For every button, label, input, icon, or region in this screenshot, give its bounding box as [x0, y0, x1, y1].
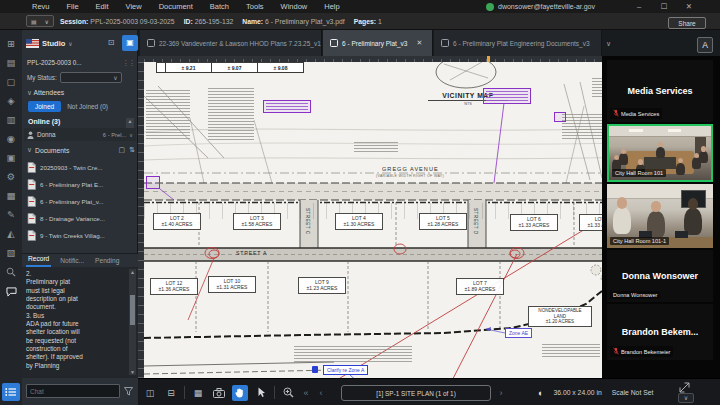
search-icon[interactable]: [0, 264, 22, 280]
chevron-down-icon[interactable]: ∨: [129, 132, 133, 138]
participant-tile[interactable]: Donna WonsowerDonna Wonsower: [607, 250, 713, 302]
menu-item-batch[interactable]: Batch: [210, 2, 229, 11]
share-button[interactable]: Share: [668, 17, 706, 29]
clarify-note-annotation[interactable]: Clarify re Zone A: [323, 365, 368, 375]
session-pages-label: Pages:: [354, 18, 376, 25]
scale-status[interactable]: Scale Not Set: [612, 389, 654, 396]
markups-list-icon[interactable]: ▣: [0, 150, 22, 166]
document-list-item[interactable]: 6 - Preliminary Plat_v...: [24, 193, 136, 210]
document-list-item[interactable]: 20250903 - Twin Cre...: [24, 159, 136, 176]
pin-panel-button[interactable]: ▣: [122, 35, 138, 51]
file-icon[interactable]: ▢: [0, 74, 22, 90]
thumbnails-icon[interactable]: ▦: [190, 385, 206, 401]
collapse-chevron-icon: ∨: [27, 146, 32, 154]
split-vertical-icon[interactable]: ◫: [142, 385, 158, 401]
pdf-file-icon: [27, 179, 36, 190]
chat-input[interactable]: [26, 384, 120, 398]
window-close-button[interactable]: ✕: [680, 0, 698, 13]
close-tab-icon[interactable]: ✕: [416, 39, 422, 47]
pan-tool-icon[interactable]: [232, 385, 248, 401]
document-tab[interactable]: 6 - Preliminary Plat Engineering Documen…: [434, 30, 602, 56]
participant-tile[interactable]: Media ServicesMedia Services: [607, 60, 713, 122]
document-tab[interactable]: 22-369 Vandeventer & Lawson HHOD Plans 7…: [140, 30, 322, 56]
studio-icon[interactable]: ◉: [0, 131, 22, 147]
notes-text-block: [208, 88, 254, 142]
tool-chest-icon[interactable]: ▥: [0, 112, 22, 128]
contrast-icon[interactable]: ◐: [538, 388, 543, 398]
session-id-row[interactable]: PPL-2025-0003 0... ⋮⋮: [27, 59, 135, 66]
participant-tile[interactable]: Brandon Bekem...Brandon Bekemeier: [607, 304, 713, 360]
menu-item-tools[interactable]: Tools: [246, 2, 264, 11]
document-selector[interactable]: ▤ ∨: [26, 15, 54, 27]
menu-item-view[interactable]: View: [126, 2, 142, 11]
account-info[interactable]: dwonsower@fayetteville-ar.gov: [486, 0, 595, 13]
document-list-item[interactable]: 6 - Preliminary Plat E...: [24, 176, 136, 193]
lot-label: LOT 5±1.28 ACRES: [419, 213, 467, 230]
split-horizontal-icon[interactable]: ⊟: [163, 385, 179, 401]
tab-joined[interactable]: Joined: [28, 101, 61, 112]
markup-alert-button[interactable]: A: [697, 37, 713, 53]
session-menu-icon[interactable]: ⋮⋮: [122, 59, 135, 66]
toolbar-divider: [184, 386, 185, 399]
scroll-up-icon[interactable]: ▲: [129, 269, 136, 275]
tab-record[interactable]: Record: [26, 253, 51, 267]
scroll-up-icon[interactable]: ▲: [126, 118, 134, 128]
participant-tile[interactable]: City Hall Room 101: [607, 124, 713, 182]
chevron-down-icon[interactable]: ∨: [68, 40, 72, 47]
document-tab[interactable]: 6 - Preliminary Plat_v3✕: [323, 30, 433, 56]
thumbnails-icon[interactable]: ▦: [0, 188, 22, 204]
document-list-item[interactable]: 9 - Twin Creeks Villag...: [24, 227, 136, 244]
menu-item-document[interactable]: Document: [159, 2, 193, 11]
settings-icon[interactable]: ⚙: [0, 169, 22, 185]
record-scrollbar[interactable]: ▲ ▼: [129, 269, 136, 375]
signature-icon[interactable]: ✎: [0, 207, 22, 223]
zone-ae-annotation[interactable]: Zone AE: [505, 328, 532, 338]
nav-prev-icon[interactable]: ‹: [316, 388, 326, 398]
scrollbar-thumb[interactable]: [130, 295, 135, 325]
markup-annotation-box[interactable]: [554, 112, 566, 122]
measure-icon[interactable]: ◭: [0, 226, 22, 242]
page-navigation-box[interactable]: [1] SP-1 SITE PLAN (1 of 1): [341, 385, 491, 401]
window-maximize-button[interactable]: ☐: [655, 0, 673, 13]
sort-icon[interactable]: ⇅: [129, 146, 135, 154]
my-status-select[interactable]: ∨: [60, 72, 122, 83]
muted-mic-icon: [613, 109, 619, 118]
collapse-panel-chevron[interactable]: ∨: [678, 393, 694, 403]
dashboard-icon[interactable]: ⊞: [0, 36, 22, 52]
scroll-down-icon[interactable]: ▼: [129, 369, 136, 375]
expand-panel-button[interactable]: ⊡: [103, 35, 119, 51]
layers-icon[interactable]: ◈: [0, 93, 22, 109]
participant-label: Donna Wonsower: [610, 291, 660, 299]
nav-next-icon[interactable]: ›: [496, 388, 506, 398]
tab-overflow-chevron-icon[interactable]: ∨: [606, 40, 611, 48]
spaces-icon[interactable]: ▧: [0, 245, 22, 261]
select-tool-icon[interactable]: [253, 385, 269, 401]
menu-item-edit[interactable]: Edit: [96, 2, 109, 11]
tab-pending[interactable]: Pending: [93, 255, 121, 267]
attendee-row[interactable]: Donna 6 - Prel... ∨: [24, 128, 136, 141]
participant-tile[interactable]: City Hall Room 101-1: [607, 184, 713, 248]
snapshot-icon[interactable]: [211, 385, 227, 401]
markups-list-toggle-button[interactable]: [2, 383, 20, 401]
menu-item-window[interactable]: Window: [281, 2, 308, 11]
filter-funnel-icon[interactable]: [124, 387, 133, 396]
documents-header[interactable]: ∨ Documents ▢ ⇅: [27, 146, 135, 154]
markup-annotation-box[interactable]: [146, 176, 160, 189]
zoom-tool-icon[interactable]: [280, 385, 296, 401]
note-flag-icon[interactable]: [312, 366, 318, 373]
menu-item-file[interactable]: File: [67, 2, 79, 11]
menu-item-help[interactable]: Help: [324, 2, 339, 11]
participant-label: City Hall Room 101: [612, 169, 666, 177]
window-minimize-button[interactable]: –: [630, 0, 648, 13]
nav-first-icon[interactable]: «: [301, 388, 311, 398]
add-document-icon[interactable]: ▢: [119, 146, 126, 154]
chat-icon[interactable]: [0, 284, 22, 300]
markup-annotation-box[interactable]: [263, 100, 311, 113]
markup-annotation-box[interactable]: [483, 88, 531, 104]
menu-item-revu[interactable]: Revu: [32, 2, 50, 11]
tab-not-joined[interactable]: Not Joined (0): [67, 103, 108, 110]
tab-notifications[interactable]: Notific...: [58, 255, 86, 267]
attendees-header[interactable]: ∨ Attendees: [27, 89, 64, 97]
document-list-item[interactable]: 8 - Drainage Variance...: [24, 210, 136, 227]
properties-icon[interactable]: ▤: [0, 55, 22, 71]
